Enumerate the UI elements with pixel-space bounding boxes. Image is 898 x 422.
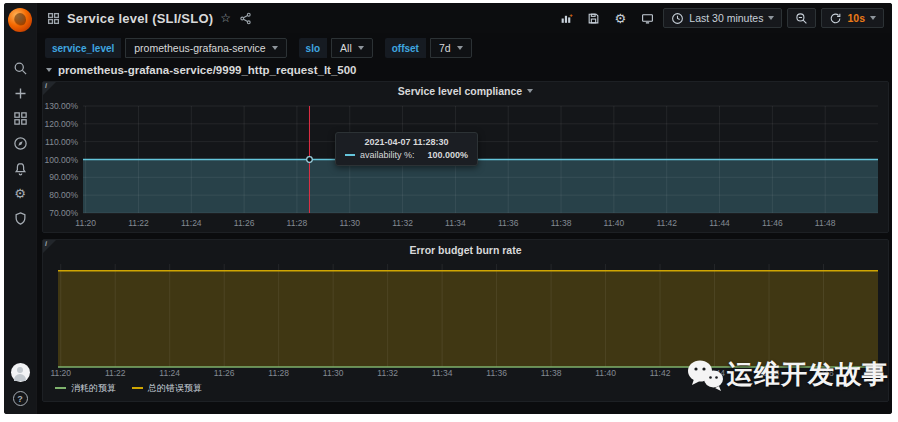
svg-text:11:38: 11:38 bbox=[551, 218, 572, 228]
svg-text:11:20: 11:20 bbox=[75, 218, 96, 228]
panel-title: Error budget burn rate bbox=[409, 244, 521, 256]
svg-text:100.00%: 100.00% bbox=[44, 155, 78, 165]
svg-text:11:36: 11:36 bbox=[486, 368, 507, 378]
create-plus-icon[interactable] bbox=[12, 85, 29, 102]
zoom-out-button[interactable] bbox=[787, 8, 816, 28]
tooltip-timestamp: 2021-04-07 11:28:30 bbox=[345, 137, 468, 147]
tooltip-series-value: 100.000% bbox=[428, 150, 469, 160]
panel-title-menu[interactable]: Error budget burn rate bbox=[43, 240, 888, 260]
search-icon[interactable] bbox=[12, 60, 29, 77]
refresh-interval-label: 10s bbox=[847, 12, 865, 24]
svg-text:11:42: 11:42 bbox=[650, 368, 671, 378]
svg-text:11:40: 11:40 bbox=[595, 368, 616, 378]
dashboard-row-toggle[interactable]: prometheus-grafana-service/9999_http_req… bbox=[37, 61, 892, 79]
chevron-down-icon bbox=[457, 46, 463, 50]
svg-text:120.00%: 120.00% bbox=[44, 119, 78, 129]
template-variables-row: service_level prometheus-grafana-service… bbox=[37, 33, 892, 61]
svg-text:11:28: 11:28 bbox=[268, 368, 289, 378]
refresh-icon bbox=[829, 12, 842, 25]
legend-series-label: 消耗的预算 bbox=[71, 382, 116, 395]
time-range-picker[interactable]: Last 30 minutes bbox=[663, 8, 782, 28]
panel-title: Service level compliance bbox=[398, 85, 522, 97]
svg-text:11:32: 11:32 bbox=[392, 218, 413, 228]
tooltip-series-label: availability %: bbox=[360, 150, 415, 160]
chevron-down-icon bbox=[870, 16, 876, 20]
svg-text:90.00%: 90.00% bbox=[49, 172, 78, 182]
svg-text:11:22: 11:22 bbox=[105, 368, 126, 378]
svg-text:11:48: 11:48 bbox=[815, 218, 836, 228]
chevron-down-icon bbox=[272, 46, 278, 50]
variable-label: offset bbox=[385, 38, 426, 58]
legend-item[interactable]: 总的错误预算 bbox=[132, 382, 202, 395]
variable-offset: offset 7d bbox=[385, 38, 472, 58]
help-icon[interactable]: ? bbox=[13, 391, 28, 406]
dashboard-grid-icon bbox=[47, 12, 60, 25]
share-icon[interactable] bbox=[239, 12, 252, 25]
chevron-down-icon bbox=[527, 89, 533, 93]
explore-compass-icon[interactable] bbox=[12, 135, 29, 152]
wechat-watermark: 运维开发故事 bbox=[686, 357, 889, 392]
tooltip-series-marker bbox=[345, 154, 355, 156]
svg-text:80.00%: 80.00% bbox=[49, 190, 78, 200]
variable-value-dropdown[interactable]: 7d bbox=[430, 38, 472, 58]
dashboard-top-nav: Service level (SLI/SLO) ☆ + ⚙ Last 30 m bbox=[37, 3, 892, 33]
variable-label: service_level bbox=[45, 38, 121, 58]
svg-text:110.00%: 110.00% bbox=[45, 137, 78, 147]
svg-text:11:40: 11:40 bbox=[604, 218, 625, 228]
variable-label: slo bbox=[299, 38, 327, 58]
chevron-down-icon bbox=[358, 46, 364, 50]
server-admin-shield-icon[interactable] bbox=[12, 210, 29, 227]
panel-service-level-compliance: i Service level compliance 70.00%80.00%9… bbox=[42, 81, 889, 233]
svg-text:11:34: 11:34 bbox=[445, 218, 466, 228]
dashboards-icon[interactable] bbox=[12, 110, 29, 127]
svg-text:11:36: 11:36 bbox=[498, 218, 519, 228]
configuration-gear-icon[interactable]: ⚙ bbox=[12, 185, 29, 202]
svg-text:11:42: 11:42 bbox=[656, 218, 677, 228]
legend-series-marker bbox=[132, 387, 143, 389]
svg-text:11:34: 11:34 bbox=[432, 368, 453, 378]
svg-text:11:26: 11:26 bbox=[214, 368, 235, 378]
wechat-icon bbox=[686, 359, 724, 391]
alerting-bell-icon[interactable] bbox=[12, 160, 29, 177]
cycle-view-tv-button[interactable] bbox=[636, 8, 658, 28]
row-title: prometheus-grafana-service/9999_http_req… bbox=[58, 64, 357, 76]
watermark-text: 运维开发故事 bbox=[727, 357, 889, 392]
save-dashboard-button[interactable] bbox=[582, 8, 604, 28]
favorite-star-icon[interactable]: ☆ bbox=[220, 11, 231, 25]
legend-item[interactable]: 消耗的预算 bbox=[55, 382, 116, 395]
grafana-app-window: ⚙ ? Service level (SLI/SLO) ☆ + bbox=[4, 3, 892, 414]
top-right-toolbar: + ⚙ Last 30 minutes bbox=[555, 8, 884, 28]
svg-text:11:28: 11:28 bbox=[287, 218, 308, 228]
dashboard-settings-button[interactable]: ⚙ bbox=[609, 8, 631, 28]
left-sidebar: ⚙ ? bbox=[4, 3, 37, 414]
variable-service-level: service_level prometheus-grafana-service bbox=[45, 38, 287, 58]
svg-text:11:46: 11:46 bbox=[762, 218, 783, 228]
time-range-label: Last 30 minutes bbox=[689, 12, 763, 24]
user-avatar[interactable] bbox=[11, 363, 30, 382]
svg-text:11:24: 11:24 bbox=[159, 368, 180, 378]
svg-text:11:30: 11:30 bbox=[323, 368, 344, 378]
svg-text:11:44: 11:44 bbox=[709, 218, 730, 228]
svg-text:11:22: 11:22 bbox=[128, 218, 149, 228]
legend-series-label: 总的错误预算 bbox=[148, 382, 202, 395]
svg-text:11:38: 11:38 bbox=[541, 368, 562, 378]
variable-value-dropdown[interactable]: prometheus-grafana-service bbox=[125, 38, 286, 58]
variable-slo: slo All bbox=[299, 38, 373, 58]
panel-title-menu[interactable]: Service level compliance bbox=[43, 82, 888, 100]
chart-tooltip: 2021-04-07 11:28:30 availability %: 100.… bbox=[335, 132, 478, 166]
grafana-logo-icon[interactable] bbox=[8, 8, 32, 32]
svg-text:11:26: 11:26 bbox=[234, 218, 255, 228]
add-panel-button[interactable]: + bbox=[555, 8, 577, 28]
svg-text:130.00%: 130.00% bbox=[44, 101, 78, 111]
svg-text:+: + bbox=[569, 12, 573, 18]
variable-value-dropdown[interactable]: All bbox=[331, 38, 373, 58]
legend-series-marker bbox=[55, 387, 66, 389]
svg-text:11:20: 11:20 bbox=[50, 368, 71, 378]
chevron-down-icon bbox=[46, 68, 52, 72]
svg-text:70.00%: 70.00% bbox=[49, 208, 78, 218]
clock-icon bbox=[671, 12, 684, 25]
dashboard-title: Service level (SLI/SLO) bbox=[67, 11, 213, 26]
refresh-button[interactable]: 10s bbox=[821, 8, 884, 28]
svg-text:11:32: 11:32 bbox=[377, 368, 398, 378]
svg-text:11:30: 11:30 bbox=[339, 218, 360, 228]
